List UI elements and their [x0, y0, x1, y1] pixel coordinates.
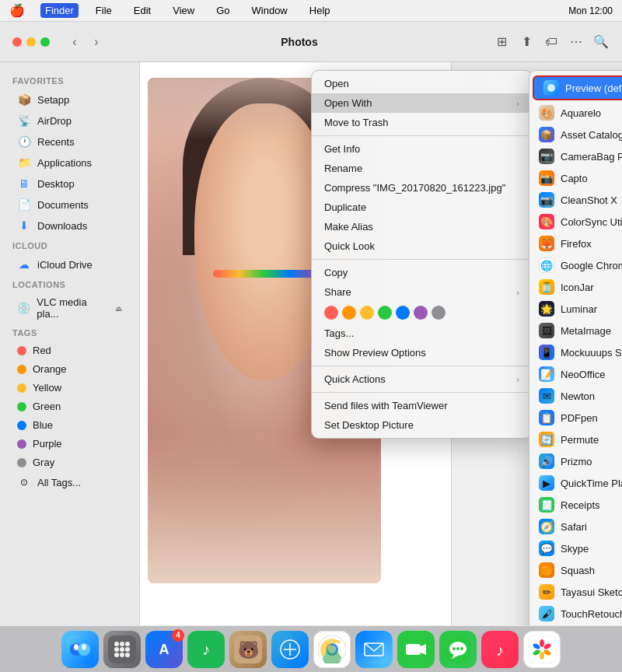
sidebar-item-all-tags[interactable]: ⊙ All Tags...	[5, 472, 135, 492]
sidebar-item-recents[interactable]: 🕐 Recents	[5, 131, 135, 152]
tag-green-circle[interactable]	[378, 306, 392, 320]
eject-icon[interactable]: ⏏	[115, 304, 122, 313]
menu-item-set-desktop[interactable]: Set Desktop Picture	[312, 415, 532, 435]
app-pdfpen[interactable]: 📋 PDFpen	[529, 407, 622, 429]
forward-button[interactable]: ›	[87, 33, 106, 51]
sidebar-item-icloud-drive[interactable]: ☁ iCloud Drive	[5, 254, 135, 275]
sidebar-item-orange[interactable]: Orange	[5, 360, 135, 378]
menu-go[interactable]: Go	[211, 3, 234, 18]
sidebar-item-gray[interactable]: Gray	[5, 453, 135, 471]
more-icon[interactable]: ⋯	[568, 33, 585, 51]
share-icon[interactable]: ⬆	[518, 33, 535, 51]
tag-orange-circle[interactable]	[342, 306, 356, 320]
documents-icon: 📄	[17, 198, 31, 212]
search-icon[interactable]: 🔍	[592, 33, 610, 51]
dock-item-messages[interactable]	[439, 631, 477, 668]
menu-item-make-alias[interactable]: Make Alias	[312, 217, 532, 236]
menu-window[interactable]: Window	[247, 3, 292, 18]
menu-item-copy[interactable]: Copy	[312, 263, 532, 282]
dock-item-music[interactable]: ♪	[481, 631, 519, 668]
app-uplet[interactable]: ⬆ Uplet	[529, 625, 622, 625]
sidebar-item-purple[interactable]: Purple	[5, 435, 135, 453]
sidebar-item-downloads[interactable]: ⬇ Downloads	[5, 215, 135, 236]
sidebar-item-desktop[interactable]: 🖥 Desktop	[5, 173, 135, 194]
app-iconjar[interactable]: 🫙 IconJar	[529, 276, 622, 298]
dock-item-mail[interactable]	[355, 631, 393, 668]
menu-item-open-with[interactable]: Open With ›	[312, 93, 532, 113]
menu-item-compress[interactable]: Compress "IMG_20170820_161223.jpg"	[312, 178, 532, 198]
app-luminar[interactable]: 🌟 Luminar	[529, 298, 622, 320]
fullscreen-button[interactable]	[40, 37, 50, 47]
dock-item-launchpad[interactable]	[103, 631, 141, 668]
tag-yellow-circle[interactable]	[360, 306, 374, 320]
app-safari[interactable]: 🧭 Safari	[529, 516, 622, 537]
minimize-button[interactable]	[26, 37, 36, 47]
app-prizmo[interactable]: 🔊 Prizmo	[529, 450, 622, 472]
app-mockuuups[interactable]: 📱 Mockuuups Studio	[529, 341, 622, 363]
dock-item-finder[interactable]	[61, 631, 99, 668]
tag-gray-circle[interactable]	[432, 306, 446, 320]
app-neooffice[interactable]: 📝 NeoOffice	[529, 363, 622, 385]
sidebar-item-airdrop[interactable]: 📡 AirDrop	[5, 110, 135, 131]
tag-icon[interactable]: 🏷	[543, 33, 560, 51]
tag-purple-circle[interactable]	[414, 306, 428, 320]
app-metalimage[interactable]: 🖼 MetaImage	[529, 320, 622, 341]
menu-help[interactable]: Help	[305, 3, 335, 18]
dock-item-bear[interactable]: 🐻	[229, 631, 267, 668]
sidebar-item-documents[interactable]: 📄 Documents	[5, 194, 135, 215]
sidebar-item-vlc[interactable]: 💿 VLC media pla... ⏏	[5, 293, 135, 323]
vlc-icon: 💿	[17, 301, 30, 315]
menu-finder[interactable]: Finder	[40, 3, 79, 18]
sidebar-item-applications[interactable]: 📁 Applications	[5, 152, 135, 173]
app-asset-catalog[interactable]: 📦 Asset Catalog Creator Pro	[529, 124, 622, 145]
menu-item-move-trash[interactable]: Move to Trash	[312, 113, 532, 132]
menu-item-show-preview[interactable]: Show Preview Options	[312, 343, 532, 362]
dock-item-facetime[interactable]	[397, 631, 435, 668]
dock-item-spotify[interactable]: ♪	[187, 631, 225, 668]
close-button[interactable]	[12, 37, 22, 47]
menu-file[interactable]: File	[91, 3, 117, 18]
menu-item-duplicate[interactable]: Duplicate	[312, 198, 532, 217]
sidebar-item-red[interactable]: Red	[5, 341, 135, 359]
tag-red-circle[interactable]	[324, 306, 338, 320]
back-button[interactable]: ‹	[65, 33, 84, 51]
dock-item-appstore[interactable]: A 4	[145, 631, 183, 668]
menu-view[interactable]: View	[168, 3, 199, 18]
app-aquarelo[interactable]: 🎨 Aquarelo	[529, 102, 622, 124]
app-colorsync[interactable]: 🎨 ColorSync Utility	[529, 211, 622, 233]
menu-item-open[interactable]: Open	[312, 74, 532, 93]
sidebar-item-blue[interactable]: Blue	[5, 416, 135, 434]
app-quicktime[interactable]: ▶ QuickTime Player	[529, 472, 622, 494]
app-newton[interactable]: ✉ Newton	[529, 385, 622, 407]
app-receipts[interactable]: 🧾 Receipts	[529, 494, 622, 516]
app-camerabag[interactable]: 📷 CameraBag Pro	[529, 145, 622, 167]
app-touchretouch[interactable]: 🖌 TouchRetouch	[529, 603, 622, 625]
dock-item-safari[interactable]	[271, 631, 309, 668]
tag-blue-circle[interactable]	[396, 306, 410, 320]
menu-item-duplicate-label: Duplicate	[324, 201, 366, 213]
app-skype[interactable]: 💬 Skype	[529, 537, 622, 559]
sidebar-item-green[interactable]: Green	[5, 397, 135, 415]
app-chrome[interactable]: 🌐 Google Chrome	[529, 254, 622, 276]
app-cleanshot[interactable]: 📷 CleanShot X	[529, 189, 622, 211]
menu-edit[interactable]: Edit	[129, 3, 156, 18]
app-firefox[interactable]: 🦊 Firefox	[529, 233, 622, 254]
app-preview[interactable]: Preview (default)	[533, 75, 622, 100]
menu-item-rename[interactable]: Rename	[312, 159, 532, 178]
menu-item-send-teamviewer[interactable]: Send files with TeamViewer	[312, 396, 532, 415]
menu-item-tags[interactable]: Tags...	[312, 324, 532, 343]
menu-item-get-info[interactable]: Get Info	[312, 139, 532, 159]
app-capto[interactable]: 📸 Capto	[529, 167, 622, 189]
app-squash[interactable]: 🟠 Squash	[529, 559, 622, 581]
menu-item-quick-actions[interactable]: Quick Actions ›	[312, 369, 532, 389]
dock-item-chrome[interactable]	[313, 631, 351, 668]
app-permute[interactable]: 🔄 Permute	[529, 429, 622, 450]
menu-item-quick-look[interactable]: Quick Look	[312, 236, 532, 256]
apple-menu[interactable]: 🍎	[9, 3, 25, 18]
sidebar-item-yellow[interactable]: Yellow	[5, 379, 135, 397]
dock-item-photos[interactable]	[523, 631, 561, 668]
view-options-icon[interactable]: ⊞	[493, 33, 510, 51]
app-tayasui[interactable]: ✏ Tayasui Sketches	[529, 581, 622, 603]
sidebar-item-setapp[interactable]: 📦 Setapp	[5, 89, 135, 110]
menu-item-share[interactable]: Share ›	[312, 282, 532, 302]
